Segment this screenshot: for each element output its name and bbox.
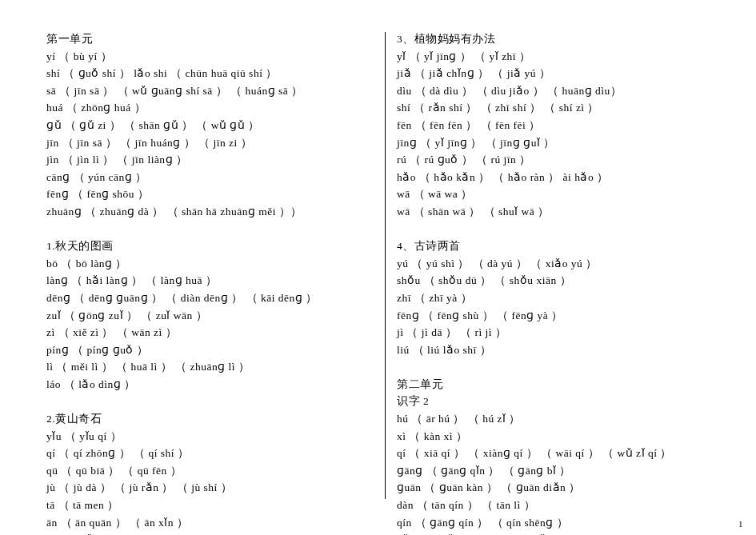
- pinyin-line: dìu （ dà dìu ） （ dìu jiǎo ） （ huānɡ dìu）: [397, 82, 724, 100]
- pinyin-line: dàn （ tān qín ） （ tān lì ）: [397, 497, 724, 514]
- pinyin-line: yí （ bù yí ）: [46, 48, 366, 66]
- pinyin-line: yǐ （ yǐ jīnɡ ） （ yǐ zhī ）: [397, 48, 724, 66]
- pinyin-line: wā （ wā wa ）: [397, 186, 724, 203]
- pinyin-line: shí （ ɡuǒ shí ） lǎo shi （ chūn huā qiū s…: [46, 65, 366, 82]
- heading-unit-2: 第二单元: [397, 376, 724, 393]
- pinyin-line: xì （ kàn xì ）: [397, 428, 724, 445]
- page: 第一单元 yí （ bù yí ） shí （ ɡuǒ shí ） lǎo sh…: [0, 0, 756, 535]
- pinyin-line: fēn （ fēn fēn ） （ fēn fēi ）: [397, 117, 724, 134]
- pinyin-line: zuǐ （ ɡōnɡ zuǐ ） （ zuǐ wān ）: [46, 307, 366, 325]
- pinyin-line: ɡānɡ （ ɡānɡ qǐn ） （ ɡānɡ bǐ ）: [397, 462, 724, 480]
- pinyin-line: qū （ qū biā ） （ qū fēn ）: [46, 462, 366, 480]
- pinyin-line: hú （ ār hú ） （ hú zǐ ）: [397, 410, 724, 428]
- pinyin-line: jìn （ jìn lì ） （ jīn liànɡ ）: [46, 151, 366, 169]
- pinyin-line: qín （ ɡānɡ qín ） （ qín shēnɡ ）: [397, 514, 724, 532]
- heading-lesson-1: 1.秋天的图画: [46, 238, 366, 255]
- pinyin-line: tā （ tā men ）: [46, 497, 366, 514]
- pinyin-line: yǎnɡ （ yǎnɡ chānɡ ） （ yǎnɡ yú ）: [397, 531, 724, 535]
- pinyin-line: fēnɡ （ fēnɡ shù ） （ fēnɡ yà ）: [397, 307, 724, 325]
- pinyin-line: shí （ rǎn shí ） （ zhī shí ） （ shí zì ）: [397, 99, 724, 117]
- pinyin-line: fēnɡ （ fēnɡ shōu ）: [46, 186, 366, 203]
- left-column: 第一单元 yí （ bù yí ） shí （ ɡuǒ shí ） lǎo sh…: [46, 30, 385, 535]
- pinyin-line: qí （ qí zhōnɡ ） （ qí shí ）: [46, 445, 366, 462]
- heading-lesson-4: 4、古诗两首: [397, 238, 724, 255]
- pinyin-line: bō （ bō lànɡ ）: [46, 255, 366, 273]
- pinyin-line: pínɡ （ pínɡ ɡuǒ ）: [46, 341, 366, 359]
- pinyin-line: lì （ měi lì ） （ huā lì ） （ zhuānɡ lì ）: [46, 358, 366, 376]
- pinyin-line: huá （ zhōnɡ huá ）: [46, 99, 366, 117]
- pinyin-line: wā （ shān wā ） （ shuǐ wā ）: [397, 203, 724, 221]
- spacer: [46, 393, 366, 410]
- pinyin-line: ɡuān （ ɡuān kàn ） （ ɡuān diǎn ）: [397, 479, 724, 497]
- heading-shizi-2: 识字 2: [397, 393, 724, 410]
- pinyin-line: liú （ liú lǎo shī ）: [397, 341, 724, 359]
- heading-lesson-2: 2.黄山奇石: [46, 410, 366, 428]
- pinyin-line: lànɡ （ hǎi lànɡ ） （ lànɡ huā ）: [46, 272, 366, 289]
- right-column: 3、植物妈妈有办法 yǐ （ yǐ jīnɡ ） （ yǐ zhī ） jiǎ …: [386, 30, 724, 535]
- pinyin-line: shǒu （ shǒu dū ） （ shǒu xiān ）: [397, 272, 724, 289]
- pinyin-line: láo （ lǎo dìnɡ ）: [46, 376, 366, 393]
- pinyin-line: cānɡ （ yún cānɡ ）: [46, 169, 366, 186]
- pinyin-line: yǐu （ yǐu qí ）: [46, 428, 366, 445]
- pinyin-line: hǎo （ hǎo kǎn ） （ hǎo ràn ） ài hǎo ）: [397, 169, 724, 186]
- pinyin-line: yú （ yú shì ） （ dà yú ） （ xiǎo yú ）: [397, 255, 724, 273]
- pinyin-line: qí （ xiā qí ） （ xiànɡ qí ） （ wāi qí ） （ …: [397, 445, 724, 462]
- spacer: [46, 221, 366, 238]
- pinyin-line: zhī （ zhī yà ）: [397, 289, 724, 307]
- spacer: [397, 358, 724, 376]
- pinyin-line: dēnɡ （ dēnɡ ɡuānɡ ） （ diàn dēnɡ ） （ kāi …: [46, 289, 366, 307]
- pinyin-line: jì （ jì dā ） （ rì jì ）: [397, 324, 724, 341]
- pinyin-line: rú （ rú ɡuǒ ） （ rú jīn ）: [397, 151, 724, 169]
- pinyin-line: kuài （ jǐ kuài ） （ shí kuài ） （ fānɡ kuà…: [46, 531, 366, 535]
- pinyin-line: jīn （ jīn sā ） （ jīn huánɡ ） （ jīn zi ）: [46, 134, 366, 152]
- pinyin-line: jù （ jù dà ） （ jù rǎn ） （ jù shí ）: [46, 479, 366, 497]
- pinyin-line: ān （ ān quān ） （ ān xǐn ）: [46, 514, 366, 532]
- heading-unit-1: 第一单元: [46, 30, 366, 48]
- spacer: [397, 221, 724, 238]
- page-number: 1: [738, 517, 743, 532]
- pinyin-line: sā （ jīn sā ） （ wǔ ɡuānɡ shí sā ） （ huán…: [46, 82, 366, 100]
- pinyin-line: jīnɡ （ yǐ jīnɡ ） （ jīnɡ ɡuǐ ）: [397, 134, 724, 152]
- pinyin-line: zhuānɡ （ zhuānɡ dà ） （ shān hā zhuānɡ mě…: [46, 203, 366, 221]
- pinyin-line: jiǎ （ jiǎ chǐnɡ ） （ jiǎ yú ）: [397, 65, 724, 82]
- pinyin-line: ɡǔ （ ɡǔ zi ） （ shān ɡǔ ） （ wǔ ɡǔ ）: [46, 117, 366, 134]
- pinyin-line: zì （ xiě zì ） （ wān zì ）: [46, 324, 366, 341]
- heading-lesson-3: 3、植物妈妈有办法: [397, 30, 724, 48]
